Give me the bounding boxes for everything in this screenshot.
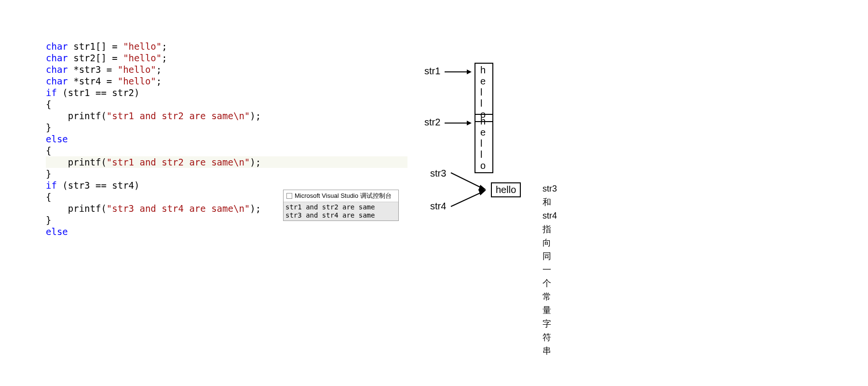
svg-line-6 xyxy=(451,192,482,207)
label-str2: str2 xyxy=(424,117,440,128)
note-text: str3 和 str4指向同一个 常量字符串 xyxy=(542,182,557,358)
box-str2: h e l l o xyxy=(475,114,493,173)
arrows-converge-icon xyxy=(448,168,492,211)
console-app-icon xyxy=(286,193,292,199)
label-str3: str3 xyxy=(430,168,446,179)
arrow-icon xyxy=(444,69,473,79)
label-str4: str4 xyxy=(430,201,446,212)
console-title-bar: Microsoft Visual Studio 调试控制台 xyxy=(284,190,398,202)
box-shared-hello: hello xyxy=(491,182,521,197)
console-window: Microsoft Visual Studio 调试控制台 str1 and s… xyxy=(283,190,399,221)
console-body: str1 and str2 are same str3 and str4 are… xyxy=(284,202,398,221)
svg-marker-1 xyxy=(467,69,472,74)
console-title-text: Microsoft Visual Studio 调试控制台 xyxy=(295,192,392,200)
box-str1: h e l l o xyxy=(475,63,493,122)
arrow-icon xyxy=(444,121,473,130)
svg-marker-7 xyxy=(478,189,486,195)
svg-marker-3 xyxy=(467,121,472,125)
svg-line-4 xyxy=(451,173,482,188)
label-str1: str1 xyxy=(424,66,440,77)
